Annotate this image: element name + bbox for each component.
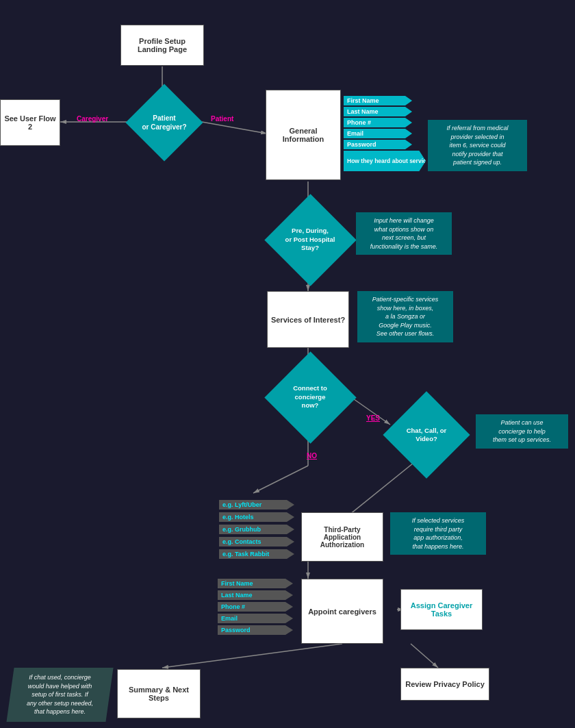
no-label: NO (307, 452, 317, 460)
general-info-label: General Information (283, 127, 324, 143)
patient-caregiver-label: Patient or Caregiver? (142, 114, 186, 131)
services-annotation: Patient-specific services show here, in … (357, 291, 453, 342)
field-heard-about: How they heard about service (344, 151, 426, 171)
profile-setup-label: Profile Setup Landing Page (138, 37, 187, 53)
patient-label: Patient (211, 115, 233, 123)
profile-setup-box: Profile Setup Landing Page (120, 25, 204, 66)
yes-label: YES (366, 414, 380, 422)
app-contacts: e.g. Contacts (219, 537, 294, 547)
svg-line-9 (253, 466, 308, 493)
app-hotels: e.g. Hotels (219, 512, 294, 522)
field-phone: Phone # (344, 118, 412, 127)
referral-annotation: If referral from medical provider select… (428, 120, 527, 171)
patient-caregiver-diamond-wrap: Patient or Caregiver? (127, 99, 202, 146)
caregiver-first-name: First Name (218, 579, 293, 588)
svg-line-2 (202, 122, 267, 134)
third-party-annotation: If selected services require third party… (390, 512, 486, 555)
app-task-rabbit: e.g. Task Rabbit (219, 549, 294, 559)
caregiver-password: Password (218, 625, 293, 635)
app-grubhub: e.g. Grubhub (219, 525, 294, 534)
caregiver-last-name: Last Name (218, 590, 293, 600)
chat-call-video-diamond-wrap: Chat, Call, or Video? (385, 407, 468, 462)
caregiver-label: Caregiver (77, 115, 108, 123)
hospital-stay-annotation: Input here will change what options show… (356, 212, 452, 255)
third-party-box: Third-Party Application Authorization (301, 512, 383, 562)
concierge-use-annotation: Patient can use concierge to help them s… (476, 414, 568, 449)
third-party-label: Third-Party Application Authorization (320, 526, 364, 549)
caregiver-email: Email (218, 614, 293, 623)
review-privacy-label: Review Privacy Policy (405, 680, 485, 688)
chat-call-video-label: Chat, Call, or Video? (399, 427, 454, 444)
appoint-caregivers-box: Appoint caregivers (301, 579, 383, 644)
assign-tasks-box: Assign Caregiver Tasks (400, 589, 483, 630)
review-privacy-box: Review Privacy Policy (400, 668, 489, 701)
field-first-name: First Name (344, 96, 412, 105)
caregiver-phone: Phone # (218, 602, 293, 612)
services-box: Services of Interest? (267, 291, 349, 348)
field-last-name: Last Name (344, 107, 412, 116)
field-password: Password (344, 140, 412, 149)
hospital-stay-diamond-wrap: Pre, During, or Post Hospital Stay? (270, 209, 350, 271)
connect-concierge-diamond-wrap: Connect to concierge now? (270, 366, 350, 428)
assign-tasks-label: Assign Caregiver Tasks (411, 601, 472, 618)
chat-note-annotation: If chat used, concierge would have helpe… (6, 668, 113, 722)
see-user-flow-box: See User Flow 2 (0, 99, 60, 146)
connect-concierge-label: Connect to concierge now? (285, 384, 336, 410)
see-user-flow-label: See User Flow 2 (4, 114, 55, 131)
summary-box: Summary & Next Steps (117, 669, 201, 718)
svg-line-14 (411, 644, 438, 668)
general-info-box: General Information (266, 90, 341, 180)
summary-label: Summary & Next Steps (129, 686, 189, 702)
services-label: Services of Interest? (271, 316, 345, 324)
svg-line-13 (162, 644, 342, 668)
app-lyft-uber: e.g. Lyft/Uber (219, 500, 294, 510)
hospital-stay-label: Pre, During, or Post Hospital Stay? (285, 227, 336, 252)
appoint-caregivers-label: Appoint caregivers (308, 607, 376, 616)
field-email: Email (344, 129, 412, 138)
